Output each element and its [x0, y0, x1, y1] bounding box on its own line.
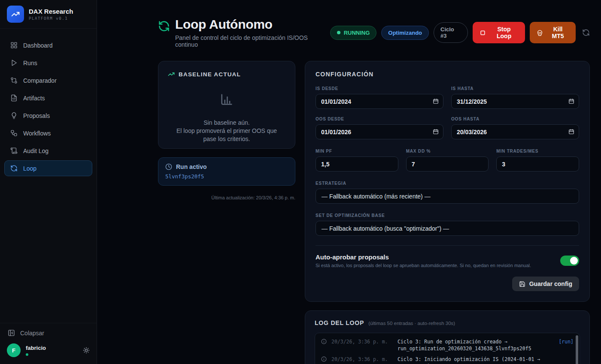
- log-time: 20/3/26, 3:36 p. m.: [331, 356, 394, 363]
- info-icon: [321, 356, 328, 362]
- page-header: Loop Autónomo Panel de control del ciclo…: [158, 17, 590, 48]
- auto-approve-title: Auto-aprobar proposals: [316, 253, 531, 261]
- last-update-text: Última actualización: 20/3/26, 4:36 p. m…: [158, 195, 295, 200]
- brand: DAX Research PLATFORM v0.1: [0, 0, 97, 29]
- max-dd-label: MAX DD %: [406, 149, 489, 153]
- trending-up-icon: [168, 71, 175, 78]
- save-config-button[interactable]: Guardar config: [512, 277, 579, 291]
- file-code-icon: [10, 94, 18, 102]
- baseline-empty-line2: El loop promoverá el primer OOS que pase…: [168, 127, 285, 143]
- sidebar-item-runs[interactable]: Runs: [4, 55, 92, 71]
- is-from-input[interactable]: [316, 94, 443, 109]
- sun-icon: [83, 347, 90, 354]
- cycle-badge: Ciclo #3: [434, 22, 468, 43]
- active-run-title: Run activo: [176, 163, 207, 170]
- config-title: CONFIGURACIÓN: [316, 71, 579, 78]
- page-title: Loop Autónomo: [175, 17, 330, 32]
- sidebar-item-audit-log[interactable]: Audit Log: [4, 143, 92, 159]
- log-scrollbar[interactable]: [576, 335, 578, 364]
- status-badge-running: RUNNING: [330, 26, 377, 40]
- strategy-label: ESTRATEGIA: [316, 181, 579, 186]
- user-name: fabricio: [26, 345, 83, 351]
- strategy-select[interactable]: — Fallback automático (más reciente) —: [316, 189, 579, 204]
- dashboard-icon: [10, 42, 18, 49]
- clock-icon: [165, 163, 172, 170]
- sidebar-item-label: Audit Log: [23, 147, 49, 154]
- user-row[interactable]: F fabricio: [0, 341, 97, 364]
- collapse-label: Colapsar: [20, 330, 44, 337]
- oos-from-input[interactable]: [316, 124, 443, 139]
- scroll-icon: [10, 147, 18, 154]
- log-entry: 20/3/26, 3:36 p. m. Ciclo 3: Run de opti…: [321, 338, 574, 352]
- log-title: LOG DEL LOOP: [315, 319, 364, 326]
- bar-chart-icon: [219, 92, 234, 113]
- lightbulb-icon: [10, 112, 18, 119]
- refresh-button[interactable]: [582, 29, 590, 36]
- save-icon: [519, 281, 525, 287]
- sidebar-item-proposals[interactable]: Proposals: [4, 108, 92, 123]
- log-run-link[interactable]: [run]: [555, 338, 574, 345]
- min-pf-input[interactable]: [316, 156, 398, 171]
- active-run-id[interactable]: 5lvnf3ps20f5: [165, 173, 288, 180]
- state-badge-optimizando: Optimizando: [381, 26, 429, 40]
- trending-up-icon: [11, 10, 20, 18]
- log-box[interactable]: 20/3/26, 3:36 p. m. Ciclo 3: Run de opti…: [315, 333, 580, 364]
- oos-to-label: OOS HASTA: [451, 117, 579, 121]
- sidebar-item-label: Comparador: [23, 77, 57, 84]
- auto-approve-toggle[interactable]: [560, 256, 579, 266]
- baseline-empty-line1: Sin baseline aún.: [168, 119, 285, 127]
- sidebar-item-label: Proposals: [23, 112, 50, 119]
- active-run-panel: Run activo 5lvnf3ps20f5: [158, 157, 295, 186]
- collapse-button[interactable]: Colapsar: [0, 323, 97, 341]
- status-dot: [337, 31, 340, 34]
- left-column: BASELINE ACTUAL Sin baseline aún. El loo…: [158, 61, 295, 364]
- sidebar: DAX Research PLATFORM v0.1 Dashboard Run…: [0, 0, 97, 364]
- theme-toggle-button[interactable]: [83, 347, 90, 354]
- sidebar-footer: Colapsar F fabricio: [0, 323, 97, 364]
- avatar: F: [7, 343, 21, 357]
- log-note: (últimas 50 entradas · auto-refresh 30s): [368, 321, 455, 326]
- is-to-label: IS HASTA: [451, 86, 579, 91]
- divider: [316, 245, 579, 246]
- sidebar-item-label: Dashboard: [23, 42, 53, 49]
- sidebar-item-workflows[interactable]: Workflows: [4, 125, 92, 141]
- log-message: Ciclo 3: Iniciando optimización IS (2024…: [398, 356, 552, 364]
- page-subtitle: Panel de control del ciclo de optimizaci…: [175, 34, 330, 48]
- panel-collapse-icon: [8, 329, 15, 337]
- brand-subtitle: PLATFORM v0.1: [29, 16, 73, 21]
- sidebar-item-artifacts[interactable]: Artifacts: [4, 90, 92, 106]
- is-from-label: IS DESDE: [316, 86, 443, 91]
- log-message: Ciclo 3: Run de optimización creado → ru…: [398, 338, 552, 352]
- base-set-label: SET DE OPTIMIZACIÓN BASE: [316, 213, 579, 218]
- skull-icon: [537, 30, 543, 36]
- oos-from-label: OOS DESDE: [316, 117, 443, 121]
- play-icon: [10, 59, 18, 66]
- is-to-input[interactable]: [451, 94, 579, 109]
- config-panel: CONFIGURACIÓN IS DESDE IS HASTA: [305, 61, 590, 302]
- baseline-panel: BASELINE ACTUAL Sin baseline aún. El loo…: [158, 61, 295, 149]
- log-panel: LOG DEL LOOP (últimas 50 entradas · auto…: [305, 310, 590, 364]
- sidebar-item-label: Workflows: [23, 130, 51, 137]
- sidebar-item-comparador[interactable]: Comparador: [4, 72, 92, 88]
- max-dd-input[interactable]: [406, 156, 489, 171]
- auto-approve-description: Si está activo, los proposals del loop s…: [316, 263, 531, 268]
- toggle-knob: [570, 257, 578, 265]
- base-set-select[interactable]: — Fallback automático (busca "optimizado…: [316, 221, 579, 236]
- oos-to-input[interactable]: [451, 124, 579, 139]
- info-icon: [321, 338, 328, 344]
- git-compare-icon: [10, 77, 18, 84]
- user-status-dot: [26, 353, 28, 356]
- workflow-icon: [10, 129, 18, 137]
- sidebar-item-dashboard[interactable]: Dashboard: [4, 37, 92, 53]
- log-entry: 20/3/26, 3:36 p. m. Ciclo 3: Iniciando o…: [321, 356, 574, 364]
- sidebar-item-loop[interactable]: Loop: [4, 160, 92, 176]
- right-column: CONFIGURACIÓN IS DESDE IS HASTA: [305, 61, 590, 364]
- kill-mt5-button[interactable]: Kill MT5: [530, 22, 576, 43]
- baseline-title: BASELINE ACTUAL: [179, 71, 241, 78]
- main-content: Loop Autónomo Panel de control del ciclo…: [97, 0, 601, 364]
- stop-loop-button[interactable]: Stop Loop: [473, 22, 525, 43]
- sidebar-nav: Dashboard Runs Comparador Artifacts Prop…: [0, 29, 97, 323]
- min-trades-input[interactable]: [496, 156, 579, 171]
- stop-icon: [480, 30, 486, 36]
- sidebar-item-label: Loop: [23, 165, 36, 172]
